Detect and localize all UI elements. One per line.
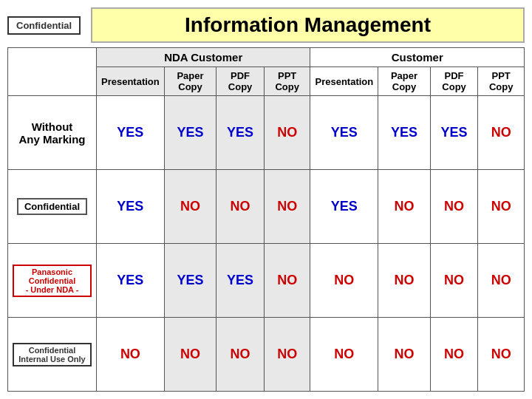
cell-r2-c2: NO (164, 170, 216, 244)
cell-r1-c2: YES (164, 96, 216, 170)
table-row: Confidential YES NO NO NO YES NO NO NO (8, 170, 525, 244)
top-bar: Confidential Information Management (7, 7, 525, 43)
cell-r3-c4: NO (264, 244, 310, 318)
cell-r4-c8: NO (478, 318, 525, 392)
cell-r4-c2: NO (164, 318, 216, 392)
cell-r2-c1: YES (97, 170, 165, 244)
cell-r2-c6: NO (378, 170, 431, 244)
col-papercopy-cust: Paper Copy (378, 67, 431, 96)
cell-r2-c7: NO (430, 170, 478, 244)
nda-group-header: NDA Customer (97, 48, 310, 67)
col-papercopy-nda: Paper Copy (164, 67, 216, 96)
col-presentation-nda: Presentation (97, 67, 165, 96)
cell-r3-c7: NO (430, 244, 478, 318)
cell-r3-c1: YES (97, 244, 165, 318)
cell-r3-c6: NO (378, 244, 431, 318)
row-label-without-marking: WithoutAny Marking (8, 96, 97, 170)
cell-r1-c5: YES (310, 96, 378, 170)
confidential-badge: Confidential (7, 16, 81, 35)
cell-r3-c3: YES (216, 244, 265, 318)
col-presentation-cust: Presentation (310, 67, 378, 96)
cell-r1-c1: YES (97, 96, 165, 170)
row-label-confidential: Confidential (8, 170, 97, 244)
table-row: WithoutAny Marking YES YES YES NO YES YE… (8, 96, 525, 170)
cell-r4-c4: NO (264, 318, 310, 392)
customer-group-header: Customer (310, 48, 525, 67)
row-label-panasonic-confidential: Panasonic Confidential- Under NDA - (8, 244, 97, 318)
cell-r2-c4: NO (264, 170, 310, 244)
cell-r4-c5: NO (310, 318, 378, 392)
col-pptcopy-cust: PPT Copy (478, 67, 525, 96)
cell-r2-c8: NO (478, 170, 525, 244)
col-pptcopy-nda: PPT Copy (264, 67, 310, 96)
main-table: NDA Customer Customer Presentation Paper… (7, 47, 525, 392)
page: Confidential Information Management NDA … (0, 0, 532, 399)
cell-r4-c7: NO (430, 318, 478, 392)
col-pdfcopy-nda: PDF Copy (216, 67, 265, 96)
cell-r3-c8: NO (478, 244, 525, 318)
cell-r1-c3: YES (216, 96, 265, 170)
cell-r2-c3: NO (216, 170, 265, 244)
col-pdfcopy-cust: PDF Copy (430, 67, 478, 96)
cell-r3-c2: YES (164, 244, 216, 318)
table-row: ConfidentialInternal Use Only NO NO NO N… (8, 318, 525, 392)
page-title: Information Management (91, 7, 525, 43)
cell-r1-c4: NO (264, 96, 310, 170)
cell-r3-c5: NO (310, 244, 378, 318)
cell-r4-c3: NO (216, 318, 265, 392)
cell-r2-c5: YES (310, 170, 378, 244)
cell-r4-c1: NO (97, 318, 165, 392)
row-label-internal-use: ConfidentialInternal Use Only (8, 318, 97, 392)
cell-r1-c7: YES (430, 96, 478, 170)
cell-r1-c8: NO (478, 96, 525, 170)
cell-r1-c6: YES (378, 96, 431, 170)
table-row: Panasonic Confidential- Under NDA - YES … (8, 244, 525, 318)
empty-header (8, 48, 97, 96)
cell-r4-c6: NO (378, 318, 431, 392)
